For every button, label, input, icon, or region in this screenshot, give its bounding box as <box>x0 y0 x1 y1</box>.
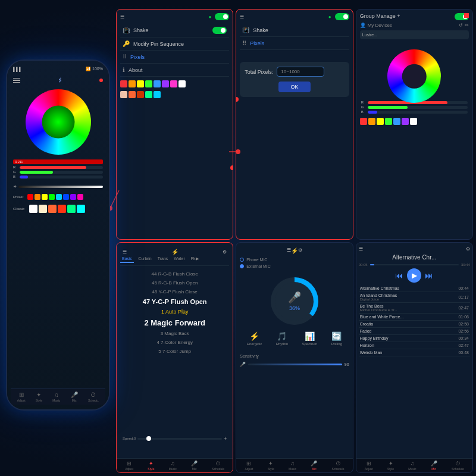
classic-swatch-mint[interactable] <box>67 205 76 213</box>
preset-swatch-red[interactable] <box>27 194 33 200</box>
nav-adjust[interactable]: ⊞ Adjust <box>17 392 26 402</box>
preset-swatch-cyan[interactable] <box>56 194 62 200</box>
gm-s6[interactable] <box>402 118 409 125</box>
toggle-switch[interactable] <box>215 13 229 20</box>
nav-mic[interactable]: 🎤 Mic <box>71 392 78 402</box>
pbn5-music[interactable]: ♫ Music <box>289 461 296 471</box>
device-item[interactable]: Lustre... <box>360 30 469 39</box>
classic-swatch-warm[interactable] <box>39 205 47 213</box>
pbn5-adjust[interactable]: ⊞ Adjust <box>245 461 253 471</box>
pbn6-mic[interactable]: 🎤 Mic <box>431 461 437 471</box>
pixels-toggle[interactable] <box>335 13 349 20</box>
player-settings[interactable]: ⚙ <box>466 246 470 252</box>
phone-mic-radio[interactable] <box>240 258 244 262</box>
track-row-6[interactable]: Faded 02:56 <box>359 328 470 335</box>
next-button[interactable]: ⏭ <box>425 271 433 280</box>
mic-spectrum[interactable]: 📊 Spectrum <box>302 331 318 346</box>
music-item-45r[interactable]: 45 R-G-B Flush Open <box>120 278 229 287</box>
shake-toggle[interactable] <box>212 27 227 34</box>
external-mic-radio[interactable] <box>240 264 244 268</box>
gm-s3[interactable] <box>377 118 384 125</box>
pbn5-style[interactable]: ✦ Style <box>268 461 274 471</box>
track-row-5[interactable]: Croatia 02:58 <box>359 321 470 328</box>
pbn4-music[interactable]: ♫ Music <box>169 461 177 471</box>
preset-swatch-orange[interactable] <box>35 194 40 200</box>
color-wheel[interactable] <box>26 89 91 155</box>
ok-button[interactable]: OK <box>278 82 310 92</box>
gm-color-wheel-container[interactable] <box>387 43 441 97</box>
s6[interactable] <box>162 80 169 87</box>
music-item-auto-play[interactable]: 1 Auto Play <box>120 307 229 317</box>
music-item-45y[interactable]: 45 Y-C-P Flush Close <box>120 287 229 296</box>
preset-swatch-purple[interactable] <box>70 194 76 200</box>
gm-s2[interactable] <box>368 118 375 125</box>
classic-swatch-cyan[interactable] <box>77 205 85 213</box>
music-item-magic-back[interactable]: 3 Magic Back <box>120 329 229 338</box>
pbn6-schedule[interactable]: ⏱ Schedule <box>452 461 464 471</box>
cs4[interactable] <box>145 91 152 98</box>
track-row-9[interactable]: Weirdo Man 00:48 <box>359 349 470 356</box>
gm-s5[interactable] <box>393 118 400 125</box>
add-device-icon[interactable]: ✏ <box>465 23 469 28</box>
preset-swatch-pink[interactable] <box>77 194 83 200</box>
pbn6-style[interactable]: ✦ Style <box>387 461 394 471</box>
tab-basic[interactable]: Basic <box>120 255 134 263</box>
menu-item-modify-pin[interactable]: 🔑 Modify Pin Sequence <box>120 37 229 51</box>
b-track[interactable] <box>20 176 103 178</box>
pbn4-style[interactable]: ✦ Style <box>148 461 154 471</box>
s7[interactable] <box>170 80 177 87</box>
s1[interactable] <box>120 80 127 87</box>
hamburger-icon[interactable] <box>13 78 20 83</box>
cs2[interactable] <box>129 91 136 98</box>
music-item-44[interactable]: 44 R-G-B Flush Close <box>120 270 229 278</box>
s3[interactable] <box>137 80 144 87</box>
play-button[interactable]: ▶ <box>407 268 421 283</box>
classic-swatch-red[interactable] <box>58 205 66 213</box>
track-row-3[interactable]: Be The Boss Michel Omobude & Tr... 02:47 <box>359 303 470 314</box>
tab-more[interactable]: Fk▶ <box>189 255 201 263</box>
color-wheel-container[interactable] <box>26 89 91 155</box>
cs3[interactable] <box>137 91 144 98</box>
menu-item-about[interactable]: ℹ About <box>120 64 229 77</box>
pbn6-adjust[interactable]: ⊞ Adjust <box>365 461 373 471</box>
mic-energetic[interactable]: ⚡ Energetic <box>247 331 262 346</box>
preset-swatch-blue[interactable] <box>63 194 69 200</box>
pbn4-schedule[interactable]: ⏱ Schedule <box>212 461 224 471</box>
track-row-8[interactable]: Horizon 02:47 <box>359 342 470 349</box>
track-row-1[interactable]: Alternative Christmas 00:44 <box>359 285 470 292</box>
preset-swatch-yellow[interactable] <box>42 194 48 200</box>
gm-s1[interactable] <box>360 118 367 125</box>
mic-rhythm[interactable]: 🎵 Rhythm <box>276 331 289 346</box>
s5[interactable] <box>154 80 161 87</box>
speed-plus[interactable]: + <box>224 436 227 441</box>
phone-mic-option[interactable]: Phone MIC <box>240 256 349 263</box>
speed-slider[interactable] <box>137 438 222 440</box>
gm-g-track[interactable] <box>368 106 468 109</box>
tab-curtain[interactable]: Curtain <box>136 255 154 263</box>
refresh-icon[interactable]: ↺ <box>459 23 463 28</box>
s8[interactable] <box>178 80 186 87</box>
tab-trans[interactable]: Trans <box>156 255 170 263</box>
tab-water[interactable]: Water <box>172 255 186 263</box>
cs1[interactable] <box>120 91 127 98</box>
progress-track[interactable] <box>370 264 459 265</box>
music-item-magic-forward[interactable]: 2 Magic Forward <box>120 317 229 329</box>
pbn4-adjust[interactable]: ⊞ Adjust <box>125 461 133 471</box>
pbn6-music[interactable]: ♫ Music <box>408 461 416 471</box>
pixels-input[interactable]: 10~1000 <box>277 67 324 77</box>
track-row-7[interactable]: Happy Birthday 00:34 <box>359 335 470 342</box>
nav-music[interactable]: ♫ Music <box>52 392 60 402</box>
classic-swatch-orange[interactable] <box>48 205 57 213</box>
nav-schedule[interactable]: ⏱ Schedu. <box>88 392 99 402</box>
preset-swatch-green[interactable] <box>49 194 55 200</box>
brightness-slider[interactable] <box>18 186 103 188</box>
gm-s7[interactable] <box>410 118 417 125</box>
sensitivity-track[interactable] <box>248 364 342 365</box>
gm-color-wheel[interactable] <box>387 49 441 103</box>
s4[interactable] <box>145 80 152 87</box>
mic-rolling[interactable]: 🔄 Rolling <box>331 331 342 346</box>
pixels-menu-item[interactable]: ⠿ Pixels <box>240 37 349 50</box>
gm-b-track[interactable] <box>368 111 468 114</box>
nav-style[interactable]: ✦ Style <box>36 392 42 402</box>
music-item-47[interactable]: 47 Y-C-P Flush Open <box>120 296 229 307</box>
